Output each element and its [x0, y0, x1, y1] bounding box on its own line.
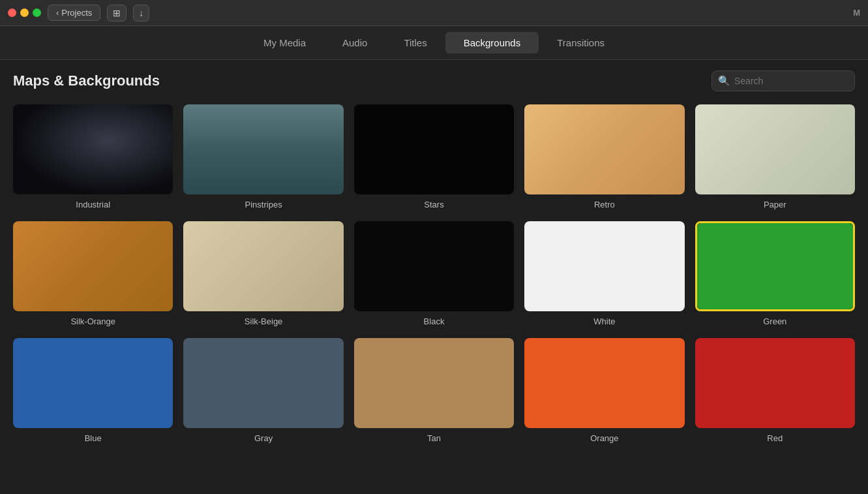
- grid-item-gray[interactable]: Gray: [183, 338, 343, 443]
- grid-item-paper[interactable]: Paper: [695, 104, 855, 209]
- scene-view-button[interactable]: ⊞: [107, 5, 127, 22]
- grid-item-blue[interactable]: Blue: [13, 338, 173, 443]
- item-label-orange: Orange: [590, 433, 618, 443]
- thumb-inner-silk-orange: [13, 221, 173, 311]
- download-button[interactable]: ↓: [133, 5, 149, 22]
- grid-item-silk-orange[interactable]: Silk-Orange: [13, 221, 173, 326]
- grid-item-industrial[interactable]: Industrial: [13, 104, 173, 209]
- content-area: Maps & Backgrounds 🔍 IndustrialPinstripe…: [0, 60, 868, 494]
- projects-button[interactable]: ‹ Projects: [48, 5, 100, 21]
- tab-audio[interactable]: Audio: [324, 32, 385, 54]
- item-label-industrial: Industrial: [76, 200, 110, 209]
- thumb-inner-paper: [695, 104, 855, 194]
- item-label-paper: Paper: [764, 200, 786, 209]
- thumb-inner-red: [695, 338, 855, 428]
- item-label-gray: Gray: [254, 433, 273, 443]
- thumb-inner-pinstripes: [183, 104, 343, 194]
- item-label-silk-orange: Silk-Orange: [70, 316, 115, 326]
- thumb-retro: [524, 104, 684, 194]
- titlebar: ‹ Projects ⊞ ↓ M: [0, 0, 868, 26]
- grid-item-pinstripes[interactable]: Pinstripes: [183, 104, 343, 209]
- item-label-white: White: [593, 316, 615, 326]
- thumb-silk-orange: [13, 221, 173, 311]
- tab-transitions[interactable]: Transitions: [539, 32, 623, 54]
- item-label-pinstripes: Pinstripes: [245, 200, 282, 209]
- fullscreen-button[interactable]: [33, 8, 41, 17]
- thumb-stars: [354, 104, 514, 194]
- thumb-pinstripes: [183, 104, 343, 194]
- grid-item-silk-beige[interactable]: Silk-Beige: [183, 221, 343, 326]
- traffic-lights: [8, 8, 41, 17]
- thumb-inner-tan: [354, 338, 514, 428]
- item-label-green: Green: [763, 316, 786, 326]
- thumb-tan: [354, 338, 514, 428]
- close-button[interactable]: [8, 8, 16, 17]
- thumb-red: [695, 338, 855, 428]
- tab-backgrounds[interactable]: Backgrounds: [445, 32, 539, 54]
- thumb-inner-silk-beige: [183, 221, 343, 311]
- thumb-inner-blue: [13, 338, 173, 428]
- thumb-silk-beige: [183, 221, 343, 311]
- grid-item-white[interactable]: White: [524, 221, 684, 326]
- item-label-stars: Stars: [424, 200, 443, 209]
- thumb-inner-industrial: [13, 104, 173, 194]
- projects-label: Projects: [61, 8, 92, 18]
- item-label-tan: Tan: [427, 433, 441, 443]
- tab-my-media[interactable]: My Media: [245, 32, 324, 54]
- thumb-inner-stars: [354, 104, 514, 194]
- thumb-industrial: [13, 104, 173, 194]
- thumb-inner-green: [697, 223, 853, 309]
- thumb-green: [695, 221, 855, 311]
- grid-item-red[interactable]: Red: [695, 338, 855, 443]
- content-header: Maps & Backgrounds 🔍: [13, 70, 855, 91]
- grid-item-orange[interactable]: Orange: [524, 338, 684, 443]
- item-label-silk-beige: Silk-Beige: [245, 316, 283, 326]
- thumb-inner-black: [354, 221, 514, 311]
- grid-item-green[interactable]: Green: [695, 221, 855, 326]
- tab-titles[interactable]: Titles: [385, 32, 445, 54]
- grid-item-black[interactable]: Black: [354, 221, 514, 326]
- item-label-retro: Retro: [594, 200, 615, 209]
- backgrounds-grid: IndustrialPinstripesStarsRetroPaperSilk-…: [13, 104, 855, 443]
- grid-item-tan[interactable]: Tan: [354, 338, 514, 443]
- tabbar: My Media Audio Titles Backgrounds Transi…: [0, 26, 868, 60]
- item-label-blue: Blue: [85, 433, 102, 443]
- thumb-black: [354, 221, 514, 311]
- search-wrapper: 🔍: [711, 70, 855, 91]
- thumb-inner-gray: [183, 338, 343, 428]
- item-label-red: Red: [767, 433, 783, 443]
- thumb-blue: [13, 338, 173, 428]
- grid-item-retro[interactable]: Retro: [524, 104, 684, 209]
- thumb-paper: [695, 104, 855, 194]
- thumb-inner-retro: [524, 104, 684, 194]
- minimize-button[interactable]: [20, 8, 29, 17]
- thumb-gray: [183, 338, 343, 428]
- search-input[interactable]: [711, 70, 855, 91]
- item-label-black: Black: [424, 316, 445, 326]
- thumb-white: [524, 221, 684, 311]
- chevron-left-icon: ‹: [56, 8, 59, 18]
- section-title: Maps & Backgrounds: [13, 72, 160, 89]
- grid-item-stars[interactable]: Stars: [354, 104, 514, 209]
- app-initial: M: [853, 8, 860, 18]
- thumb-inner-white: [524, 221, 684, 311]
- thumb-orange: [524, 338, 684, 428]
- thumb-inner-orange: [524, 338, 684, 428]
